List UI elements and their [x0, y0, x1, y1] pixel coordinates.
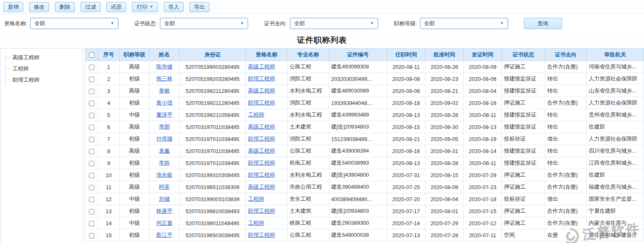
row-checkbox[interactable] [89, 197, 94, 202]
row-checkbox[interactable] [89, 185, 94, 190]
row-checkbox[interactable] [89, 137, 94, 142]
chevron-down-icon: ▼ [370, 22, 374, 25]
name-link[interactable]: 付伟璐 [156, 136, 172, 142]
column-header-id-card[interactable]: 身份证 [179, 49, 246, 61]
column-header-cert-direction[interactable]: 证书去向 [545, 49, 587, 61]
table-row: 15初级蔡江平520703196503038495助理工程师公路工程建造5490… [86, 229, 644, 241]
row-checkbox[interactable] [89, 149, 94, 154]
tree-item-0[interactable]: 高级工程师 [5, 52, 81, 63]
name-link[interactable]: 何正茵 [156, 220, 172, 226]
column-header-cert-number[interactable]: 证件编号 [329, 49, 387, 61]
row-checkbox[interactable] [89, 101, 94, 106]
row-checkbox[interactable] [89, 233, 94, 238]
tree-item-1[interactable]: 工程师 [5, 63, 81, 74]
name-link[interactable]: 张永银 [156, 172, 172, 178]
name-link[interactable]: 林康平 [156, 208, 172, 214]
row-checkbox-cell [86, 121, 98, 133]
row-checkbox[interactable] [89, 161, 94, 166]
qualification-link[interactable]: 高级工程师 [248, 124, 275, 130]
qualification-select[interactable]: 全部 ▼ [30, 18, 118, 29]
delete-button[interactable]: 删除 [55, 2, 75, 12]
cert-status-select[interactable]: 全部 ▼ [160, 18, 248, 29]
cell-cert-number: 151239038489... [329, 133, 387, 145]
row-checkbox[interactable] [89, 221, 94, 226]
cell-id-card: 520703197011038495 [179, 121, 246, 133]
name-link[interactable]: 柯英 [159, 184, 170, 190]
qualification-link[interactable]: 高级工程师 [248, 87, 275, 94]
column-header-specialty-name[interactable]: 专业名称 [288, 49, 329, 61]
cell-issue-date: 2020-07-18 [464, 193, 502, 205]
search-button[interactable]: 查询 [524, 18, 562, 29]
qualification-link[interactable]: 助理工程师 [248, 232, 275, 238]
name-link[interactable]: 蔡江平 [156, 232, 172, 238]
column-header-issue-date[interactable]: 发证时间 [464, 49, 502, 61]
row-checkbox[interactable] [89, 113, 94, 118]
cell-id-card: 520705199211280495 [179, 85, 246, 97]
row-checkbox[interactable] [89, 65, 94, 70]
qualification-link[interactable]: 工程师 [248, 112, 264, 118]
column-header-approval-date[interactable]: 批准时间 [425, 49, 464, 61]
cell-name: 李帅 [150, 157, 179, 169]
cell-specialty-name: 土木建筑 [288, 205, 329, 217]
cell-issue-date: 2020-08-04 [464, 85, 502, 97]
qualification-link[interactable]: 助理工程师 [248, 172, 275, 178]
name-link[interactable]: 袁鑫 [159, 148, 170, 154]
row-checkbox[interactable] [89, 209, 94, 214]
qualification-link[interactable]: 高级工程师 [248, 63, 275, 70]
qualification-link[interactable]: 工程师 [248, 220, 264, 226]
cell-specialty-name: 公路工程 [288, 61, 329, 73]
name-link[interactable]: 陈华健 [156, 63, 172, 70]
name-link[interactable]: 董清平 [156, 112, 172, 118]
qualification-link[interactable]: 高级工程师 [248, 148, 275, 154]
qualification-link[interactable]: 助理工程师 [248, 75, 275, 82]
add-button[interactable]: 新增 [3, 2, 23, 12]
edit-button[interactable]: 修改 [29, 2, 49, 12]
cell-issue-date: 2020-07-23 [464, 181, 502, 193]
tree-branch-line [5, 68, 10, 69]
qualification-link[interactable]: 工程师 [248, 196, 264, 202]
column-header-index[interactable]: 序号 [98, 49, 120, 61]
row-checkbox[interactable] [89, 89, 94, 94]
name-link[interactable]: 李帅 [159, 160, 170, 166]
cell-cert-direction: 转出 [545, 121, 587, 133]
title-level-select[interactable]: 全部 ▼ [420, 18, 508, 29]
name-link[interactable]: 熊三林 [156, 75, 172, 82]
cell-specialty-name: 水利水电工程 [288, 169, 329, 181]
row-checkbox[interactable] [89, 125, 94, 130]
toolbar: 新增 修改 删除 过滤 还原 打印 ▼ 导入 导出 [0, 0, 644, 14]
cell-index: 15 [98, 229, 120, 241]
filter-button[interactable]: 过滤 [81, 2, 101, 12]
cell-qualification-name: 助理工程师 [246, 205, 288, 217]
qualification-link[interactable]: 高级工程师 [248, 184, 275, 190]
name-link[interactable]: 刘健 [159, 196, 170, 202]
row-checkbox[interactable] [89, 173, 94, 178]
import-button[interactable]: 导入 [164, 2, 184, 12]
tree-item-2[interactable]: 助理工程师 [5, 74, 81, 85]
cell-employment-date: 2020-08-18 [387, 97, 425, 109]
cell-specialty-name: 水利水电工程 [288, 109, 329, 121]
column-header-name[interactable]: 姓名 [150, 49, 179, 61]
column-header-qualification-name[interactable]: 资格名称 [246, 49, 288, 61]
cell-approval-date: 2020-08-28 [425, 109, 464, 121]
export-button[interactable]: 导出 [189, 2, 209, 12]
column-header-cert-status[interactable]: 证书状态 [502, 49, 545, 61]
column-header-title-level[interactable]: 职称等级 [120, 49, 150, 61]
row-checkbox[interactable] [89, 77, 94, 82]
cell-cert-status: 押证施工 [502, 169, 545, 181]
print-button[interactable]: 打印 ▼ [132, 2, 158, 12]
column-header-employment-date[interactable]: 任职时间 [387, 49, 425, 61]
cell-name: 何正茵 [150, 217, 179, 229]
cell-id-card: 520703199810038493 [179, 205, 246, 217]
qualification-link[interactable]: 助理工程师 [248, 100, 275, 106]
column-header-approval-authority[interactable]: 审批机关 [587, 49, 644, 61]
cell-id-card: 520703198011048495 [179, 217, 246, 229]
name-link[interactable]: 黄敏 [159, 87, 170, 94]
restore-button[interactable]: 还原 [106, 2, 126, 12]
qualification-link[interactable]: 助理工程师 [248, 208, 275, 214]
cert-direction-select[interactable]: 全部 ▼ [290, 18, 378, 29]
qualification-link[interactable]: 助理工程师 [248, 136, 275, 142]
qualification-link[interactable]: 助理工程师 [248, 160, 275, 166]
name-link[interactable]: 李朗 [159, 124, 170, 130]
select-all-checkbox[interactable] [89, 52, 94, 58]
name-link[interactable]: 黄小强 [156, 100, 172, 106]
